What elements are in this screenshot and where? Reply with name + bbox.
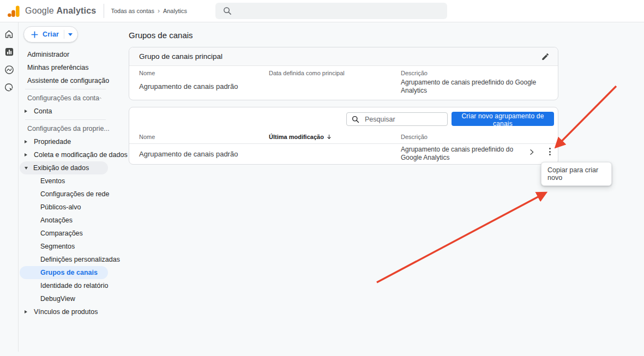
sidebar-item-exibicao-de-dados[interactable]: Exibição de dados bbox=[20, 161, 108, 174]
column-header-description[interactable]: Descrição bbox=[401, 134, 428, 140]
sidebar-item-label: Anotações bbox=[40, 216, 73, 224]
sidebar-item-vinculos-de-produtos[interactable]: Vínculos de produtos bbox=[20, 305, 108, 318]
sidebar-item-label: Conta bbox=[34, 107, 52, 115]
list-search-input[interactable] bbox=[364, 115, 447, 124]
global-search-bar[interactable] bbox=[215, 3, 447, 19]
sidebar-item-minhas-preferencias[interactable]: Minhas preferências bbox=[20, 61, 108, 74]
primary-card-header: Grupo de canais principal bbox=[129, 47, 558, 66]
create-button-label: Criar bbox=[43, 31, 59, 38]
sidebar-item-anotacoes[interactable]: Anotações bbox=[20, 214, 108, 227]
advertising-icon[interactable] bbox=[3, 82, 15, 94]
sidebar-item-grupos-de-canais[interactable]: Grupos de canais bbox=[20, 266, 108, 279]
sidebar-item-label: Propriedade bbox=[34, 138, 71, 146]
column-header-modified[interactable]: Última modificação bbox=[269, 134, 332, 140]
primary-card-title: Grupo de canais principal bbox=[139, 52, 222, 61]
sidebar-item-label: DebugView bbox=[40, 295, 75, 303]
column-header-description: Descrição bbox=[401, 70, 428, 76]
sidebar-divider bbox=[19, 118, 109, 122]
sidebar-item-label: Públicos-alvo bbox=[40, 203, 81, 211]
breadcrumb[interactable]: Todas as contas › Analytics bbox=[111, 8, 187, 14]
sidebar-item-conta[interactable]: Conta bbox=[20, 105, 108, 118]
home-icon[interactable] bbox=[3, 28, 15, 40]
sidebar-item-eventos[interactable]: Eventos bbox=[20, 174, 108, 188]
sidebar-item-label: Grupos de canais bbox=[40, 269, 98, 276]
annotation-arrow-to-menu bbox=[377, 193, 545, 282]
sidebar-item-label: Configurações da conta bbox=[27, 94, 99, 102]
more-vertical-icon[interactable] bbox=[545, 147, 554, 156]
explore-icon[interactable] bbox=[3, 64, 15, 76]
sidebar-item-label: Vínculos de produtos bbox=[34, 308, 98, 316]
analytics-logo-icon bbox=[7, 4, 20, 17]
sidebar-item-definicoes-personalizadas[interactable]: Definições personalizadas bbox=[20, 253, 108, 266]
sidebar-item-label: Identidade do relatório bbox=[40, 282, 108, 289]
breadcrumb-separator-icon: › bbox=[158, 8, 160, 14]
sidebar-item-label: Eventos bbox=[40, 177, 65, 185]
list-row-description: Agrupamento de canais predefinido do Goo… bbox=[401, 146, 532, 162]
sort-descending-icon bbox=[326, 134, 332, 140]
sidebar-nav: AdministradorMinhas preferênciasAssisten… bbox=[19, 48, 109, 318]
copy-to-create-new-menu-item[interactable]: Copiar para criar novo bbox=[541, 166, 611, 182]
sidebar-item-configuracoes-de-rede[interactable]: Configurações de rede bbox=[20, 188, 108, 201]
sidebar-item-coleta-e-modificacao-de-dados[interactable]: Coleta e modificação de dados bbox=[20, 148, 108, 161]
breadcrumb-property[interactable]: Analytics bbox=[163, 8, 187, 14]
primary-channel-group-card: Grupo de canais principal Nome Data defi… bbox=[129, 47, 558, 100]
create-channel-group-button[interactable]: Criar novo agrupamento de canais bbox=[452, 112, 554, 126]
reports-icon[interactable] bbox=[3, 46, 15, 58]
sidebar-item-publicos-alvo[interactable]: Públicos-alvo bbox=[20, 201, 108, 214]
breadcrumb-account[interactable]: Todas as contas bbox=[111, 8, 154, 14]
sidebar-item-assistente-de-configuracao[interactable]: Assistente de configuração bbox=[20, 74, 108, 87]
annotation-arrow-to-kebab bbox=[556, 86, 616, 147]
sidebar-item-identidade-do-relatorio[interactable]: Identidade do relatório bbox=[20, 279, 108, 292]
sidebar-item-label: Definições personalizadas bbox=[40, 256, 120, 263]
plus-icon bbox=[31, 31, 39, 39]
primary-row-name: Agrupamento de canais padrão bbox=[139, 82, 238, 90]
sidebar-item-label: Configurações de rede bbox=[40, 190, 109, 198]
chevron-up-icon bbox=[99, 96, 101, 100]
brand-text: Google Analytics bbox=[25, 6, 96, 16]
channel-groups-list-card: Criar novo agrupamento de canais Nome Úl… bbox=[129, 107, 558, 165]
top-bar: Google Analytics Todas as contas › Analy… bbox=[0, 0, 644, 22]
column-header-name[interactable]: Nome bbox=[139, 134, 155, 140]
triangle-down-icon bbox=[25, 167, 28, 170]
triangle-right-icon bbox=[25, 310, 27, 313]
edit-pencil-icon[interactable] bbox=[541, 52, 550, 61]
sidebar-divider bbox=[19, 87, 109, 92]
page-title: Grupos de canais bbox=[129, 31, 193, 40]
global-search-input[interactable] bbox=[237, 7, 447, 16]
sidebar-item-label: Minhas preferências bbox=[27, 64, 89, 71]
column-header-date: Data definida como principal bbox=[269, 70, 345, 76]
row-context-menu: Copiar para criar novo bbox=[541, 162, 612, 186]
sidebar-item-label: Coleta e modificação de dados bbox=[34, 151, 128, 159]
column-header-name: Nome bbox=[139, 70, 155, 76]
logo-divider bbox=[104, 4, 104, 18]
list-row-name: Agrupamento de canais padrão bbox=[139, 150, 238, 158]
table-divider bbox=[129, 143, 558, 144]
list-search-box[interactable] bbox=[346, 112, 448, 126]
sidebar-item-label: Assistente de configuração bbox=[27, 77, 109, 85]
sidebar-item-label: Administrador bbox=[27, 51, 69, 58]
triangle-right-icon bbox=[25, 153, 27, 156]
create-button-divider bbox=[64, 30, 64, 39]
sidebar-item-debugview[interactable]: DebugView bbox=[20, 292, 108, 305]
google-analytics-logo[interactable]: Google Analytics bbox=[0, 4, 96, 17]
search-icon bbox=[352, 116, 359, 123]
sidebar-item-configuracoes-da-proprie[interactable]: Configurações da proprie... bbox=[20, 122, 108, 135]
sidebar-item-label: Segmentos bbox=[40, 243, 75, 250]
sidebar-item-propriedade[interactable]: Propriedade bbox=[20, 135, 108, 148]
sidebar-item-label: Comparações bbox=[40, 230, 83, 237]
sidebar-item-label: Exibição de dados bbox=[33, 164, 89, 172]
sidebar-item-comparacoes[interactable]: Comparações bbox=[20, 227, 108, 240]
triangle-right-icon bbox=[25, 110, 27, 113]
sidebar-item-segmentos[interactable]: Segmentos bbox=[20, 240, 108, 253]
chevron-right-icon[interactable] bbox=[527, 148, 536, 159]
create-button[interactable]: Criar bbox=[23, 26, 78, 43]
app-rail bbox=[0, 22, 18, 94]
sidebar-item-administrador[interactable]: Administrador bbox=[20, 48, 108, 61]
search-icon bbox=[223, 7, 232, 15]
caret-down-icon[interactable] bbox=[68, 33, 73, 36]
triangle-right-icon bbox=[25, 140, 27, 143]
primary-row-description: Agrupamento de canais predefinido do Goo… bbox=[401, 79, 549, 95]
sidebar-item-label: Configurações da proprie... bbox=[27, 125, 110, 132]
sidebar-item-configuracoes-da-conta[interactable]: Configurações da conta bbox=[20, 92, 108, 105]
